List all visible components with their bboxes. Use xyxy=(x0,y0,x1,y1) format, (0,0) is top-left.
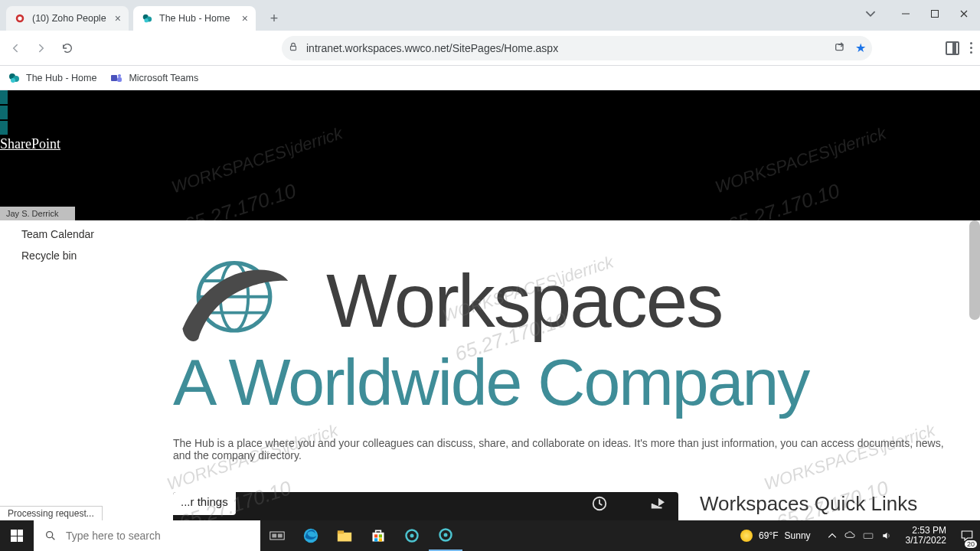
tab-title: The Hub - Home xyxy=(159,13,230,24)
search-icon xyxy=(44,530,57,542)
window-maximize-button[interactable] xyxy=(922,3,948,24)
svg-rect-32 xyxy=(374,538,377,541)
page-content: Workspaces A Worldwide Company The Hub i… xyxy=(139,220,980,520)
close-icon[interactable]: × xyxy=(115,12,121,24)
browser-menu-button[interactable] xyxy=(970,42,972,54)
svg-point-1 xyxy=(18,16,21,20)
watermark-ip: 65.27.170.10 xyxy=(724,179,842,220)
address-bar[interactable]: intranet.workspaces.wwco.net/SitePages/H… xyxy=(282,36,872,60)
leftnav-team-calendar[interactable]: Team Calendar xyxy=(0,223,139,245)
back-button[interactable] xyxy=(5,37,26,59)
lock-icon xyxy=(288,41,299,54)
browser-status-text: Processing request... xyxy=(0,506,103,520)
watch-later-icon[interactable] xyxy=(591,495,608,516)
svg-rect-25 xyxy=(278,534,283,538)
taskbar-weather[interactable]: 69°F Sunny xyxy=(740,530,822,542)
taskbar-search[interactable]: Type here to search xyxy=(34,520,260,551)
zoho-favicon-icon xyxy=(14,12,26,24)
system-tray[interactable] xyxy=(822,530,898,541)
svg-rect-14 xyxy=(117,77,122,82)
video-card[interactable]: ...r things xyxy=(173,492,678,520)
keyboard-icon[interactable] xyxy=(863,530,874,541)
sharepoint-favicon-icon xyxy=(8,72,20,84)
url-text: intranet.workspaces.wwco.net/SitePages/H… xyxy=(306,42,558,54)
sharepoint-app-link[interactable]: SharePoint xyxy=(0,136,60,152)
svg-rect-38 xyxy=(864,533,873,538)
watermark-ip: 65.27.170.10 xyxy=(181,179,299,220)
volume-icon[interactable] xyxy=(881,530,892,541)
bookmark-the-hub[interactable]: The Hub - Home xyxy=(8,72,96,84)
chevron-down-icon[interactable] xyxy=(859,3,882,24)
weather-cond: Sunny xyxy=(785,530,811,541)
taskbar-app-generic-1[interactable] xyxy=(395,520,429,551)
svg-point-35 xyxy=(410,534,414,538)
svg-line-22 xyxy=(52,537,54,540)
bookmark-star-icon[interactable]: ★ xyxy=(855,41,866,55)
bookmarks-bar: The Hub - Home Microsoft Teams xyxy=(0,66,980,90)
svg-rect-24 xyxy=(272,534,276,538)
svg-point-37 xyxy=(444,533,448,537)
taskbar-app-edge[interactable] xyxy=(294,520,328,551)
left-nav: Team Calendar Recycle bin xyxy=(0,220,139,520)
tab-title: (10) Zoho People xyxy=(32,13,106,24)
bookmark-label: Microsoft Teams xyxy=(129,73,198,83)
tab-the-hub[interactable]: The Hub - Home × xyxy=(133,6,256,31)
tab-zoho-people[interactable]: (10) Zoho People × xyxy=(6,6,129,31)
page-viewport: SharePoint Jay S. Derrick WORKSPACES\jde… xyxy=(0,90,980,520)
notification-count: 20 xyxy=(965,540,977,548)
reload-button[interactable] xyxy=(57,37,78,59)
brand-subtitle: A Worldwide Company xyxy=(173,344,946,420)
new-tab-button[interactable]: + xyxy=(263,8,285,29)
action-center-button[interactable]: 20 xyxy=(954,520,980,551)
sharepoint-favicon-icon xyxy=(141,12,153,24)
window-close-button[interactable] xyxy=(951,3,977,24)
vertical-scrollbar[interactable] xyxy=(969,220,980,320)
browser-tabstrip: (10) Zoho People × The Hub - Home × + xyxy=(0,0,980,31)
bookmark-label: The Hub - Home xyxy=(26,73,96,83)
svg-rect-29 xyxy=(373,533,384,542)
clock-date: 3/17/2022 xyxy=(906,536,946,546)
bookmark-teams[interactable]: Microsoft Teams xyxy=(110,72,198,84)
workspaces-logo-icon xyxy=(173,251,296,350)
taskbar-app-explorer[interactable] xyxy=(328,520,361,551)
taskbar-app-store[interactable] xyxy=(361,520,395,551)
leftnav-recycle-bin[interactable]: Recycle bin xyxy=(0,245,139,266)
svg-rect-7 xyxy=(291,46,296,50)
svg-point-11 xyxy=(11,78,15,83)
start-button[interactable] xyxy=(0,520,34,551)
taskbar-search-placeholder: Type here to search xyxy=(66,530,161,542)
share-icon[interactable] xyxy=(834,41,846,55)
svg-rect-30 xyxy=(374,534,377,537)
svg-point-4 xyxy=(145,18,149,22)
watermark-user: WORKSPACES\jderrick xyxy=(713,124,888,197)
weather-temp: 69°F xyxy=(759,530,778,541)
intro-text: The Hub is a place where you and your co… xyxy=(173,437,946,461)
svg-rect-12 xyxy=(111,75,117,81)
taskbar-clock[interactable]: 2:53 PM 3/17/2022 xyxy=(898,526,954,546)
sidepanel-icon[interactable] xyxy=(946,41,959,55)
svg-rect-6 xyxy=(932,11,939,18)
teams-favicon-icon xyxy=(110,72,122,84)
window-minimize-button[interactable] xyxy=(893,3,919,24)
onedrive-icon[interactable] xyxy=(844,530,855,541)
windows-taskbar: Type here to search 69°F xyxy=(0,520,980,551)
browser-toolbar: intranet.workspaces.wwco.net/SitePages/H… xyxy=(0,31,980,66)
brand-title: Workspaces xyxy=(326,258,722,344)
svg-rect-27 xyxy=(338,533,351,542)
svg-rect-28 xyxy=(338,530,344,533)
svg-point-13 xyxy=(118,74,121,77)
taskbar-app-generic-2[interactable] xyxy=(429,520,462,551)
quick-links-heading: Workspaces Quick Links xyxy=(700,492,917,520)
svg-rect-31 xyxy=(379,534,382,537)
watermark-user: WORKSPACES\jderrick xyxy=(169,124,345,197)
task-view-button[interactable] xyxy=(260,520,294,551)
forward-button[interactable] xyxy=(31,37,52,59)
close-icon[interactable]: × xyxy=(242,12,248,24)
svg-rect-33 xyxy=(379,538,382,541)
svg-point-21 xyxy=(47,532,53,538)
video-title-chip: ...r things xyxy=(173,492,236,515)
chevron-up-icon[interactable] xyxy=(828,531,837,540)
user-pill[interactable]: Jay S. Derrick xyxy=(0,207,75,220)
share-icon[interactable] xyxy=(649,495,666,516)
sharepoint-suite-bar: SharePoint Jay S. Derrick WORKSPACES\jde… xyxy=(0,90,980,220)
